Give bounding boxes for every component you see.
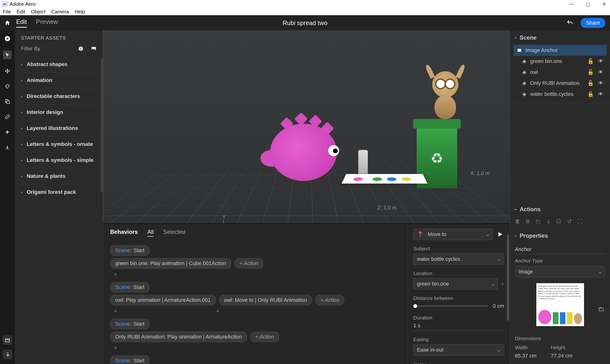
library-icon[interactable] xyxy=(3,335,12,345)
cat-label: Directable characters xyxy=(27,93,80,99)
add-trigger-icon[interactable]: + xyxy=(216,308,219,314)
lock-icon[interactable]: 🔓 xyxy=(587,80,594,86)
down-tool-icon[interactable] xyxy=(4,144,11,151)
easing-select[interactable]: Ease in-out⌵ xyxy=(413,344,504,356)
cat-animation[interactable]: ›Animation xyxy=(21,72,99,89)
subject-select[interactable]: water bottle.cycles⌵ xyxy=(413,253,504,265)
cat-interior-design[interactable]: ›Interior design xyxy=(21,104,99,120)
duplicate-icon[interactable]: ⧉ xyxy=(526,218,530,224)
visibility-icon[interactable]: 👁 xyxy=(598,80,603,86)
cat-letters-simple[interactable]: ›Letters & symbols - simple xyxy=(21,152,99,168)
anchor-preview-image[interactable]: Rubi spills water on her grandmother's a… xyxy=(536,283,584,326)
close-icon[interactable]: ✕ xyxy=(602,1,606,7)
anchor-type-select[interactable]: Image⌵ xyxy=(515,266,605,277)
add-trigger-icon[interactable]: + xyxy=(114,344,400,351)
duration-value[interactable]: 1 s xyxy=(413,323,420,328)
maximize-icon[interactable]: ▢ xyxy=(586,1,590,7)
distance-slider[interactable] xyxy=(413,306,488,307)
plus-tool-icon[interactable] xyxy=(4,129,11,135)
select-tool-icon[interactable] xyxy=(3,51,12,59)
group-icon[interactable]: ⿻ xyxy=(556,218,562,224)
action-chip[interactable]: Only RUBI Animation: Play animation | Ar… xyxy=(110,332,247,342)
chevron-down-icon[interactable]: › xyxy=(513,208,518,210)
delete-icon[interactable]: 🗑 xyxy=(515,218,520,224)
menu-file[interactable]: File xyxy=(3,9,11,14)
trigger-chip[interactable]: Scene:Start xyxy=(110,319,149,329)
distance-value: 0 cm xyxy=(493,303,504,309)
water-bottle-object[interactable] xyxy=(358,150,368,176)
home-button[interactable] xyxy=(0,20,15,26)
cat-letters-ornate[interactable]: ›Letters & symbols - ornate xyxy=(21,136,99,152)
location-select[interactable]: green bin.one⌵ xyxy=(413,278,498,290)
visibility-icon[interactable]: 👁 xyxy=(598,58,603,64)
reset-icon[interactable]: ↺ xyxy=(567,218,572,224)
menu-help[interactable]: Help xyxy=(75,9,85,14)
tab-behaviors[interactable]: Behaviors xyxy=(110,229,138,237)
cat-nature-plants[interactable]: ›Nature & plants xyxy=(21,168,99,184)
rubi-character[interactable] xyxy=(263,112,349,186)
lock-icon[interactable]: 🔓 xyxy=(587,91,594,97)
cat-origami-forest[interactable]: ›Origami forest pack xyxy=(21,184,99,200)
menu-camera[interactable]: Camera xyxy=(51,9,69,14)
scrollbar[interactable] xyxy=(507,235,509,321)
add-action-button[interactable]: + Action xyxy=(250,332,279,342)
move-tool-icon[interactable] xyxy=(4,68,11,74)
lock-icon[interactable]: 🔓 xyxy=(587,69,594,75)
add-trigger-icon[interactable]: + xyxy=(114,308,117,314)
cat-abstract-shapes[interactable]: ›Abstract shapes xyxy=(21,56,99,72)
subject-label: Subject xyxy=(413,246,504,251)
play-action-button[interactable] xyxy=(496,230,504,238)
browse-anchor-image-icon[interactable]: 🗀 xyxy=(598,305,604,313)
trigger-chip[interactable]: Scene:Start xyxy=(110,355,149,364)
cat-label: Nature & plants xyxy=(27,173,65,179)
scene-item-label: Image Anchor xyxy=(525,47,558,53)
rotate-tool-icon[interactable] xyxy=(4,83,11,90)
link-tool-icon[interactable] xyxy=(4,114,11,120)
owl-object[interactable] xyxy=(425,71,466,119)
3d-viewport[interactable]: X: 1.0 m Z: 1.0 m Y X Z xyxy=(103,30,510,223)
visibility-icon[interactable]: 👁 xyxy=(598,91,603,97)
add-trigger-icon[interactable]: + xyxy=(114,271,400,278)
scene-item-bottle[interactable]: ◈water bottle.cycles🔓👁 xyxy=(518,89,607,100)
scene-item-owl[interactable]: ◈owl🔓👁 xyxy=(518,67,607,78)
undo-icon[interactable] xyxy=(566,19,573,26)
filter-3d-icon[interactable] xyxy=(78,46,84,52)
visibility-icon[interactable]: 👁 xyxy=(598,69,603,75)
mode-preview[interactable]: Preview xyxy=(36,18,58,28)
import-icon[interactable]: ⤓ xyxy=(546,218,551,224)
action-chip[interactable]: owl: Play animation | ArmatureAction.001 xyxy=(110,295,216,305)
folder-icon[interactable]: 🗀 xyxy=(535,218,541,224)
lock-icon[interactable]: 🔓 xyxy=(587,58,594,64)
filter-image-icon[interactable] xyxy=(91,46,97,52)
add-action-button[interactable]: + Action xyxy=(234,258,263,269)
scale-tool-icon[interactable] xyxy=(4,98,11,105)
chevron-down-icon[interactable]: › xyxy=(513,37,518,38)
tab-selected[interactable]: Selected xyxy=(163,229,185,237)
menu-edit[interactable]: Edit xyxy=(17,9,25,14)
minimize-icon[interactable]: — xyxy=(569,1,574,7)
cat-directable-characters[interactable]: ›Directable characters xyxy=(21,89,99,104)
scene-item-green-bin[interactable]: ◈green bin.one🔓👁 xyxy=(518,56,607,67)
height-value[interactable]: 77.24 cm xyxy=(551,353,572,359)
run-person-icon[interactable] xyxy=(3,350,12,359)
chevron-down-icon[interactable]: › xyxy=(513,235,518,236)
image-anchor-plane[interactable] xyxy=(342,174,428,183)
trigger-chip[interactable]: Scene:Start xyxy=(110,282,149,292)
expand-icon[interactable]: ⛶ xyxy=(577,218,583,224)
scene-item-image-anchor[interactable]: Image Anchor xyxy=(513,45,607,56)
add-location-icon[interactable]: + xyxy=(501,281,504,287)
share-button[interactable]: Share xyxy=(581,18,605,28)
tab-all[interactable]: All xyxy=(147,229,154,237)
scene-item-rubi[interactable]: ◈Only RUBI Animation🔓👁 xyxy=(518,78,607,89)
mode-edit[interactable]: Edit xyxy=(16,18,27,28)
action-chip[interactable]: green bin.one: Play animation | Cube.001… xyxy=(110,258,231,269)
add-action-button[interactable]: + Action xyxy=(315,295,344,305)
scrollbar[interactable] xyxy=(101,59,103,192)
width-value[interactable]: 85.37 cm xyxy=(515,353,537,359)
menu-object[interactable]: Object xyxy=(31,9,46,14)
action-chip[interactable]: owl: Move to | Only RUBI Animation xyxy=(219,295,312,305)
cat-layered-illustrations[interactable]: ›Layered illustrations xyxy=(21,120,99,136)
action-type-select[interactable]: 📍Move to ⌵ xyxy=(413,229,493,240)
trigger-chip[interactable]: Scene:Start xyxy=(110,245,149,256)
add-asset-icon[interactable] xyxy=(4,35,11,42)
